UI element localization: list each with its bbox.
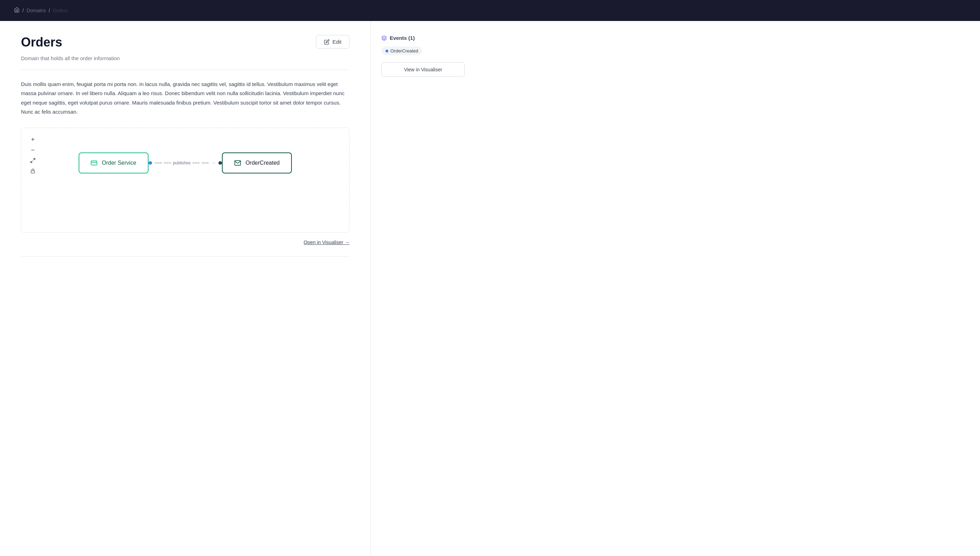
svg-line-1 — [31, 161, 32, 163]
fit-icon — [30, 158, 35, 163]
diagram-controls: + − — [28, 135, 37, 176]
breadcrumb-domains[interactable]: Domains — [27, 8, 46, 13]
edit-button-label: Edit — [332, 39, 342, 45]
breadcrumb-current: Orders — [53, 8, 68, 13]
event-node[interactable]: OrderCreated — [222, 152, 292, 173]
event-badge-label: OrderCreated — [390, 48, 418, 53]
edge: publishes → — [148, 160, 222, 166]
service-icon — [90, 160, 98, 166]
edge-dash-1 — [155, 163, 162, 163]
edit-button[interactable]: Edit — [316, 35, 350, 48]
page-title: Orders — [21, 35, 62, 50]
sidebar-events-label: Events (1) — [390, 35, 415, 41]
page-header: Orders Edit — [21, 35, 350, 50]
page-body: Duis mollis quam enim, feugiat porta mi … — [21, 80, 350, 116]
breadcrumb: / Domains / Orders — [0, 0, 980, 21]
svg-rect-2 — [31, 171, 35, 173]
svg-line-0 — [33, 158, 35, 160]
breadcrumb-sep-1: / — [23, 8, 24, 13]
svg-rect-3 — [91, 161, 97, 165]
zoom-out-button[interactable]: − — [28, 145, 37, 155]
edit-icon — [324, 39, 330, 45]
edge-label: publishes — [173, 160, 191, 165]
edge-dot-left — [148, 161, 152, 165]
event-badge-dot — [385, 50, 388, 52]
lock-icon — [31, 168, 35, 173]
view-visualiser-button[interactable]: View in Visualiser — [381, 62, 465, 77]
home-icon — [14, 7, 19, 14]
lock-button[interactable] — [28, 166, 37, 176]
main-content: / Domains / Orders Orders Edit Domain th… — [0, 21, 371, 556]
event-icon — [234, 160, 241, 166]
service-node-label: Order Service — [102, 160, 136, 166]
diagram-content: Order Service publishes → — [28, 139, 342, 181]
service-node[interactable]: Order Service — [79, 152, 148, 173]
page-wrapper: / Domains / Orders Orders Edit Domain th… — [0, 0, 980, 556]
event-badge[interactable]: OrderCreated — [381, 47, 422, 55]
page-description: Domain that holds all the order informat… — [21, 55, 350, 61]
fit-button[interactable] — [28, 156, 37, 165]
divider — [21, 70, 350, 70]
edge-dash-4 — [201, 163, 209, 163]
divider-bottom — [21, 256, 350, 257]
events-sidebar-icon — [381, 35, 387, 41]
edge-line: publishes → — [152, 160, 219, 166]
open-visualiser-link[interactable]: Open in Visualiser → — [21, 239, 350, 245]
sidebar-events-title: Events (1) — [381, 35, 465, 41]
diagram-container: + − Order Service — [21, 128, 350, 233]
edge-dash-2 — [164, 163, 171, 163]
edge-arrow: → — [211, 160, 216, 166]
edge-dash-3 — [193, 163, 200, 163]
edge-dot-right — [218, 161, 222, 165]
breadcrumb-sep-2: / — [48, 8, 50, 13]
sidebar: Events (1) OrderCreated View in Visualis… — [371, 21, 475, 556]
zoom-in-button[interactable]: + — [28, 135, 37, 144]
event-node-label: OrderCreated — [245, 160, 280, 166]
